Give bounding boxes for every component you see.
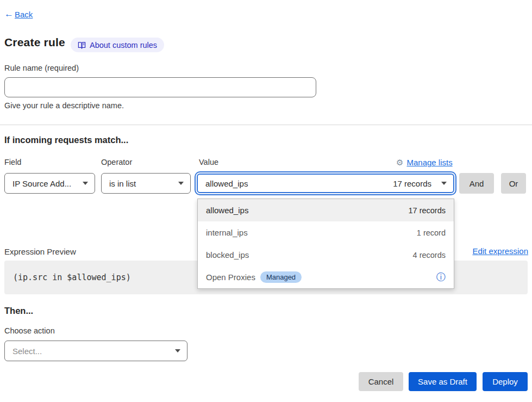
list-item-allowed-ips[interactable]: allowed_ips 17 records bbox=[198, 199, 454, 221]
list-item-name: internal_ips bbox=[206, 228, 248, 237]
chevron-down-icon bbox=[83, 182, 88, 185]
chevron-down-icon bbox=[175, 349, 180, 352]
rule-name-label: Rule name (required) bbox=[4, 64, 79, 72]
list-item-count: 17 records bbox=[408, 206, 446, 215]
page-title: Create rule bbox=[4, 36, 65, 49]
value-select-count: 17 records bbox=[393, 179, 431, 188]
expression-preview-label: Expression Preview bbox=[4, 247, 76, 256]
list-item-count: 4 records bbox=[413, 251, 446, 259]
value-select[interactable]: allowed_ips 17 records bbox=[197, 174, 454, 193]
rule-name-input[interactable] bbox=[4, 77, 316, 97]
manage-lists-label: Manage lists bbox=[406, 158, 452, 167]
value-dropdown-list: allowed_ips 17 records internal_ips 1 re… bbox=[197, 199, 454, 289]
about-custom-rules-link[interactable]: About custom rules bbox=[71, 38, 164, 52]
manage-lists-link[interactable]: ⚙ Manage lists bbox=[396, 158, 453, 167]
list-item-open-proxies[interactable]: Open Proxies Managed ⓘ bbox=[198, 266, 454, 288]
book-icon bbox=[78, 41, 86, 49]
value-select-value: allowed_ips bbox=[205, 179, 248, 188]
gear-icon: ⚙ bbox=[396, 158, 403, 166]
field-select-value: IP Source Add... bbox=[12, 179, 71, 188]
operator-label: Operator bbox=[101, 158, 132, 166]
back-link[interactable]: ← Back bbox=[4, 9, 33, 20]
list-item-internal-ips[interactable]: internal_ips 1 record bbox=[198, 221, 454, 244]
value-label: Value bbox=[199, 158, 218, 166]
list-item-name: blocked_ips bbox=[206, 250, 249, 259]
then-section-heading: Then... bbox=[4, 306, 33, 316]
managed-badge: Managed bbox=[260, 271, 302, 283]
match-section-heading: If incoming requests match... bbox=[4, 135, 128, 145]
chevron-down-icon bbox=[178, 182, 184, 185]
about-custom-rules-label: About custom rules bbox=[90, 41, 157, 50]
operator-select[interactable]: is in list bbox=[101, 173, 191, 194]
deploy-button[interactable]: Deploy bbox=[483, 372, 528, 391]
and-button[interactable]: And bbox=[459, 173, 494, 194]
choose-action-label: Choose action bbox=[4, 326, 55, 335]
list-item-name: Open Proxies bbox=[206, 273, 255, 282]
back-link-label: Back bbox=[15, 10, 33, 19]
save-as-draft-button[interactable]: Save as Draft bbox=[409, 372, 477, 391]
list-item-blocked-ips[interactable]: blocked_ips 4 records bbox=[198, 244, 454, 266]
or-button[interactable]: Or bbox=[501, 173, 526, 194]
operator-select-value: is in list bbox=[109, 179, 136, 188]
section-divider bbox=[0, 125, 532, 125]
rule-name-helper: Give your rule a descriptive name. bbox=[4, 101, 124, 110]
edit-expression-link[interactable]: Edit expression bbox=[472, 246, 528, 256]
list-item-name: allowed_ips bbox=[206, 206, 248, 215]
expression-code: (ip.src in $allowed_ips) bbox=[13, 273, 131, 282]
back-arrow-icon: ← bbox=[4, 9, 14, 20]
field-select[interactable]: IP Source Add... bbox=[4, 173, 95, 194]
list-item-count: 1 record bbox=[417, 228, 446, 237]
field-label: Field bbox=[4, 158, 21, 166]
info-icon[interactable]: ⓘ bbox=[436, 273, 446, 282]
create-rule-page: ← Back Create rule About custom rules Ru… bbox=[0, 0, 532, 402]
action-select[interactable]: Select... bbox=[4, 341, 187, 361]
action-select-placeholder: Select... bbox=[12, 347, 42, 356]
chevron-down-icon bbox=[441, 182, 447, 185]
cancel-button[interactable]: Cancel bbox=[359, 372, 403, 391]
